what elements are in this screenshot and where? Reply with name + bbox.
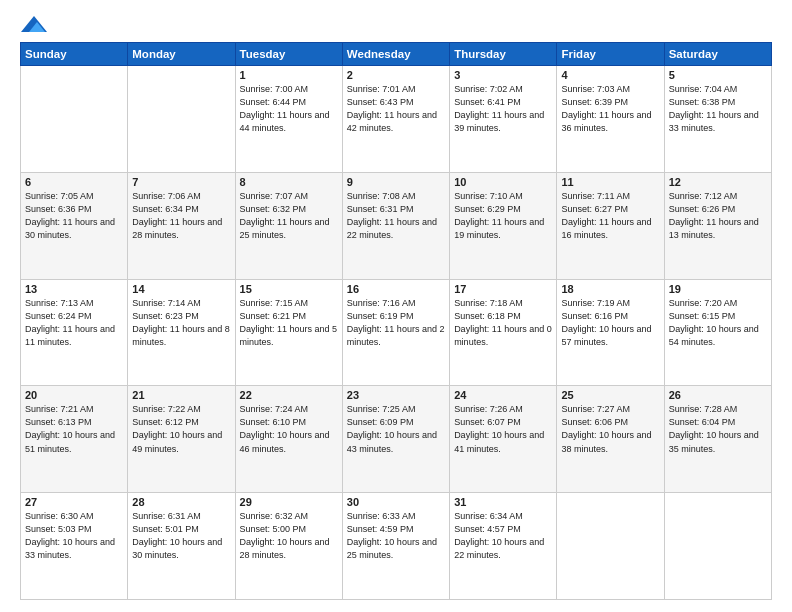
week-row-1: 1Sunrise: 7:00 AMSunset: 6:44 PMDaylight…	[21, 66, 772, 173]
day-info: Sunrise: 7:18 AMSunset: 6:18 PMDaylight:…	[454, 297, 552, 349]
day-number: 17	[454, 283, 552, 295]
week-row-2: 6Sunrise: 7:05 AMSunset: 6:36 PMDaylight…	[21, 172, 772, 279]
calendar-cell: 18Sunrise: 7:19 AMSunset: 6:16 PMDayligh…	[557, 279, 664, 386]
calendar-cell: 15Sunrise: 7:15 AMSunset: 6:21 PMDayligh…	[235, 279, 342, 386]
day-info: Sunrise: 7:16 AMSunset: 6:19 PMDaylight:…	[347, 297, 445, 349]
week-row-4: 20Sunrise: 7:21 AMSunset: 6:13 PMDayligh…	[21, 386, 772, 493]
weekday-header-tuesday: Tuesday	[235, 43, 342, 66]
calendar-cell: 28Sunrise: 6:31 AMSunset: 5:01 PMDayligh…	[128, 493, 235, 600]
day-number: 29	[240, 496, 338, 508]
weekday-header-saturday: Saturday	[664, 43, 771, 66]
day-info: Sunrise: 7:15 AMSunset: 6:21 PMDaylight:…	[240, 297, 338, 349]
week-row-3: 13Sunrise: 7:13 AMSunset: 6:24 PMDayligh…	[21, 279, 772, 386]
day-number: 11	[561, 176, 659, 188]
calendar-cell: 30Sunrise: 6:33 AMSunset: 4:59 PMDayligh…	[342, 493, 449, 600]
calendar-cell: 6Sunrise: 7:05 AMSunset: 6:36 PMDaylight…	[21, 172, 128, 279]
calendar-cell: 27Sunrise: 6:30 AMSunset: 5:03 PMDayligh…	[21, 493, 128, 600]
calendar-cell: 21Sunrise: 7:22 AMSunset: 6:12 PMDayligh…	[128, 386, 235, 493]
day-info: Sunrise: 7:25 AMSunset: 6:09 PMDaylight:…	[347, 403, 445, 455]
day-info: Sunrise: 7:00 AMSunset: 6:44 PMDaylight:…	[240, 83, 338, 135]
day-number: 4	[561, 69, 659, 81]
calendar-cell	[664, 493, 771, 600]
calendar-cell: 26Sunrise: 7:28 AMSunset: 6:04 PMDayligh…	[664, 386, 771, 493]
day-number: 5	[669, 69, 767, 81]
calendar-cell: 1Sunrise: 7:00 AMSunset: 6:44 PMDaylight…	[235, 66, 342, 173]
calendar-cell: 20Sunrise: 7:21 AMSunset: 6:13 PMDayligh…	[21, 386, 128, 493]
day-number: 31	[454, 496, 552, 508]
day-number: 27	[25, 496, 123, 508]
calendar-cell: 23Sunrise: 7:25 AMSunset: 6:09 PMDayligh…	[342, 386, 449, 493]
day-info: Sunrise: 6:34 AMSunset: 4:57 PMDaylight:…	[454, 510, 552, 562]
day-number: 8	[240, 176, 338, 188]
day-info: Sunrise: 7:05 AMSunset: 6:36 PMDaylight:…	[25, 190, 123, 242]
calendar-cell: 7Sunrise: 7:06 AMSunset: 6:34 PMDaylight…	[128, 172, 235, 279]
day-info: Sunrise: 6:32 AMSunset: 5:00 PMDaylight:…	[240, 510, 338, 562]
day-info: Sunrise: 7:08 AMSunset: 6:31 PMDaylight:…	[347, 190, 445, 242]
calendar-cell	[557, 493, 664, 600]
calendar-cell: 29Sunrise: 6:32 AMSunset: 5:00 PMDayligh…	[235, 493, 342, 600]
day-info: Sunrise: 7:07 AMSunset: 6:32 PMDaylight:…	[240, 190, 338, 242]
day-number: 30	[347, 496, 445, 508]
day-info: Sunrise: 7:19 AMSunset: 6:16 PMDaylight:…	[561, 297, 659, 349]
weekday-header-monday: Monday	[128, 43, 235, 66]
calendar-cell: 11Sunrise: 7:11 AMSunset: 6:27 PMDayligh…	[557, 172, 664, 279]
calendar-cell: 16Sunrise: 7:16 AMSunset: 6:19 PMDayligh…	[342, 279, 449, 386]
day-info: Sunrise: 7:13 AMSunset: 6:24 PMDaylight:…	[25, 297, 123, 349]
day-number: 25	[561, 389, 659, 401]
day-number: 9	[347, 176, 445, 188]
calendar-cell: 13Sunrise: 7:13 AMSunset: 6:24 PMDayligh…	[21, 279, 128, 386]
day-number: 22	[240, 389, 338, 401]
day-number: 1	[240, 69, 338, 81]
day-info: Sunrise: 7:20 AMSunset: 6:15 PMDaylight:…	[669, 297, 767, 349]
day-number: 12	[669, 176, 767, 188]
day-number: 15	[240, 283, 338, 295]
day-info: Sunrise: 6:31 AMSunset: 5:01 PMDaylight:…	[132, 510, 230, 562]
calendar-cell: 19Sunrise: 7:20 AMSunset: 6:15 PMDayligh…	[664, 279, 771, 386]
calendar-cell: 2Sunrise: 7:01 AMSunset: 6:43 PMDaylight…	[342, 66, 449, 173]
day-info: Sunrise: 7:22 AMSunset: 6:12 PMDaylight:…	[132, 403, 230, 455]
day-info: Sunrise: 7:04 AMSunset: 6:38 PMDaylight:…	[669, 83, 767, 135]
day-info: Sunrise: 6:33 AMSunset: 4:59 PMDaylight:…	[347, 510, 445, 562]
day-info: Sunrise: 7:11 AMSunset: 6:27 PMDaylight:…	[561, 190, 659, 242]
day-info: Sunrise: 7:02 AMSunset: 6:41 PMDaylight:…	[454, 83, 552, 135]
calendar-cell: 9Sunrise: 7:08 AMSunset: 6:31 PMDaylight…	[342, 172, 449, 279]
day-info: Sunrise: 7:27 AMSunset: 6:06 PMDaylight:…	[561, 403, 659, 455]
weekday-header-sunday: Sunday	[21, 43, 128, 66]
calendar-cell	[21, 66, 128, 173]
calendar-cell: 4Sunrise: 7:03 AMSunset: 6:39 PMDaylight…	[557, 66, 664, 173]
day-number: 26	[669, 389, 767, 401]
day-info: Sunrise: 7:21 AMSunset: 6:13 PMDaylight:…	[25, 403, 123, 455]
logo-icon	[21, 16, 47, 32]
calendar-cell: 5Sunrise: 7:04 AMSunset: 6:38 PMDaylight…	[664, 66, 771, 173]
calendar-cell: 25Sunrise: 7:27 AMSunset: 6:06 PMDayligh…	[557, 386, 664, 493]
day-number: 21	[132, 389, 230, 401]
calendar-cell: 31Sunrise: 6:34 AMSunset: 4:57 PMDayligh…	[450, 493, 557, 600]
calendar-cell: 8Sunrise: 7:07 AMSunset: 6:32 PMDaylight…	[235, 172, 342, 279]
day-info: Sunrise: 7:14 AMSunset: 6:23 PMDaylight:…	[132, 297, 230, 349]
day-number: 2	[347, 69, 445, 81]
calendar-cell: 22Sunrise: 7:24 AMSunset: 6:10 PMDayligh…	[235, 386, 342, 493]
weekday-header-thursday: Thursday	[450, 43, 557, 66]
day-number: 13	[25, 283, 123, 295]
day-number: 3	[454, 69, 552, 81]
day-number: 28	[132, 496, 230, 508]
day-info: Sunrise: 7:12 AMSunset: 6:26 PMDaylight:…	[669, 190, 767, 242]
weekday-header-row: SundayMondayTuesdayWednesdayThursdayFrid…	[21, 43, 772, 66]
day-info: Sunrise: 7:10 AMSunset: 6:29 PMDaylight:…	[454, 190, 552, 242]
day-info: Sunrise: 6:30 AMSunset: 5:03 PMDaylight:…	[25, 510, 123, 562]
day-number: 6	[25, 176, 123, 188]
calendar-cell: 24Sunrise: 7:26 AMSunset: 6:07 PMDayligh…	[450, 386, 557, 493]
week-row-5: 27Sunrise: 6:30 AMSunset: 5:03 PMDayligh…	[21, 493, 772, 600]
day-number: 23	[347, 389, 445, 401]
header	[20, 16, 772, 32]
calendar-cell	[128, 66, 235, 173]
day-info: Sunrise: 7:26 AMSunset: 6:07 PMDaylight:…	[454, 403, 552, 455]
day-info: Sunrise: 7:24 AMSunset: 6:10 PMDaylight:…	[240, 403, 338, 455]
day-number: 18	[561, 283, 659, 295]
day-number: 24	[454, 389, 552, 401]
calendar-cell: 17Sunrise: 7:18 AMSunset: 6:18 PMDayligh…	[450, 279, 557, 386]
day-info: Sunrise: 7:28 AMSunset: 6:04 PMDaylight:…	[669, 403, 767, 455]
calendar-body: 1Sunrise: 7:00 AMSunset: 6:44 PMDaylight…	[21, 66, 772, 600]
page: SundayMondayTuesdayWednesdayThursdayFrid…	[0, 0, 792, 612]
day-info: Sunrise: 7:01 AMSunset: 6:43 PMDaylight:…	[347, 83, 445, 135]
